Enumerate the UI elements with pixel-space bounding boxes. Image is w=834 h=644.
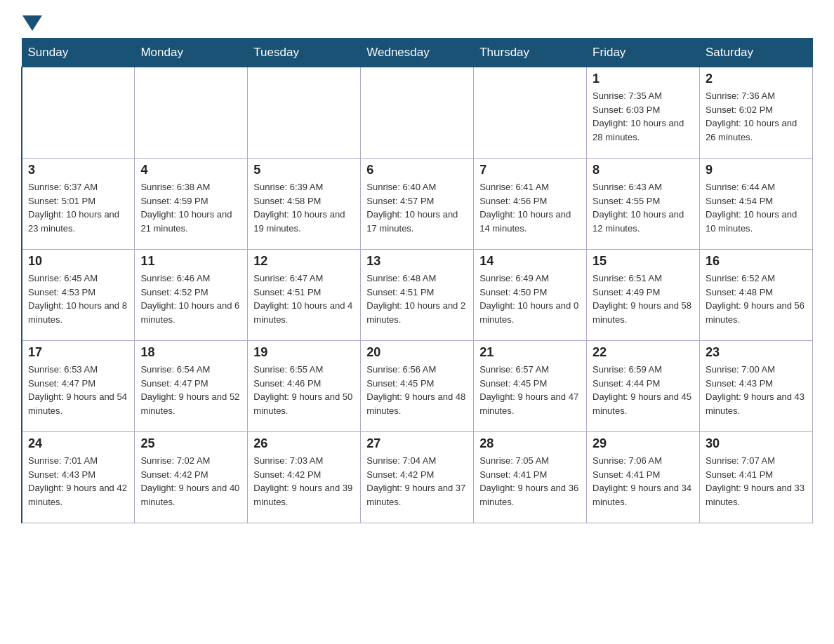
day-number: 19 xyxy=(253,345,355,360)
day-info: Sunrise: 7:06 AM Sunset: 4:41 PM Dayligh… xyxy=(593,454,694,509)
calendar-cell-w4d4: 20Sunrise: 6:56 AM Sunset: 4:45 PM Dayli… xyxy=(361,341,474,432)
day-number: 27 xyxy=(366,436,468,451)
day-info: Sunrise: 6:43 AM Sunset: 4:55 PM Dayligh… xyxy=(593,180,694,235)
calendar-cell-w1d4 xyxy=(361,67,474,159)
day-info: Sunrise: 7:05 AM Sunset: 4:41 PM Dayligh… xyxy=(479,454,581,509)
day-number: 23 xyxy=(706,345,807,360)
day-info: Sunrise: 6:59 AM Sunset: 4:44 PM Dayligh… xyxy=(593,363,694,417)
calendar-cell-w4d1: 17Sunrise: 6:53 AM Sunset: 4:47 PM Dayli… xyxy=(22,341,135,432)
calendar-cell-w5d7: 30Sunrise: 7:07 AM Sunset: 4:41 PM Dayli… xyxy=(700,432,813,523)
day-info: Sunrise: 6:49 AM Sunset: 4:50 PM Dayligh… xyxy=(479,271,581,326)
day-info: Sunrise: 6:51 AM Sunset: 4:49 PM Dayligh… xyxy=(593,271,694,326)
calendar-cell-w5d4: 27Sunrise: 7:04 AM Sunset: 4:42 PM Dayli… xyxy=(361,432,474,523)
day-number: 15 xyxy=(593,254,694,269)
week-row-1: 1Sunrise: 7:35 AM Sunset: 6:03 PM Daylig… xyxy=(22,67,813,159)
day-number: 24 xyxy=(28,436,128,451)
day-number: 26 xyxy=(253,436,355,451)
day-number: 28 xyxy=(479,436,581,451)
day-number: 22 xyxy=(593,345,694,360)
day-info: Sunrise: 6:55 AM Sunset: 4:46 PM Dayligh… xyxy=(253,363,355,417)
calendar-cell-w1d3 xyxy=(248,67,361,159)
day-number: 10 xyxy=(28,254,128,269)
day-number: 8 xyxy=(593,163,694,177)
day-info: Sunrise: 6:39 AM Sunset: 4:58 PM Dayligh… xyxy=(253,180,355,235)
day-number: 20 xyxy=(366,345,468,360)
day-number: 30 xyxy=(706,436,807,451)
day-info: Sunrise: 6:45 AM Sunset: 4:53 PM Dayligh… xyxy=(28,271,128,326)
calendar-cell-w5d3: 26Sunrise: 7:03 AM Sunset: 4:42 PM Dayli… xyxy=(248,432,361,523)
day-info: Sunrise: 7:07 AM Sunset: 4:41 PM Dayligh… xyxy=(706,454,807,509)
day-number: 6 xyxy=(366,163,468,177)
calendar-cell-w3d4: 13Sunrise: 6:48 AM Sunset: 4:51 PM Dayli… xyxy=(361,250,474,341)
calendar-cell-w4d7: 23Sunrise: 7:00 AM Sunset: 4:43 PM Dayli… xyxy=(700,341,813,432)
day-number: 9 xyxy=(706,163,807,177)
weekday-header-saturday: Saturday xyxy=(700,39,813,67)
svg-marker-0 xyxy=(22,15,42,31)
weekday-header-friday: Friday xyxy=(587,39,700,67)
day-number: 11 xyxy=(140,254,241,269)
logo-arrow-icon xyxy=(22,15,42,31)
calendar-cell-w2d2: 4Sunrise: 6:38 AM Sunset: 4:59 PM Daylig… xyxy=(135,159,248,250)
calendar-cell-w4d6: 22Sunrise: 6:59 AM Sunset: 4:44 PM Dayli… xyxy=(587,341,700,432)
day-number: 14 xyxy=(479,254,581,269)
calendar-cell-w4d5: 21Sunrise: 6:57 AM Sunset: 4:45 PM Dayli… xyxy=(474,341,587,432)
calendar-cell-w5d5: 28Sunrise: 7:05 AM Sunset: 4:41 PM Dayli… xyxy=(474,432,587,523)
week-row-4: 17Sunrise: 6:53 AM Sunset: 4:47 PM Dayli… xyxy=(22,341,813,432)
week-row-5: 24Sunrise: 7:01 AM Sunset: 4:43 PM Dayli… xyxy=(22,432,813,523)
day-info: Sunrise: 6:46 AM Sunset: 4:52 PM Dayligh… xyxy=(140,271,241,326)
day-info: Sunrise: 6:41 AM Sunset: 4:56 PM Dayligh… xyxy=(479,180,581,235)
calendar-cell-w1d2 xyxy=(135,67,248,159)
day-info: Sunrise: 6:38 AM Sunset: 4:59 PM Dayligh… xyxy=(140,180,241,235)
calendar-cell-w3d3: 12Sunrise: 6:47 AM Sunset: 4:51 PM Dayli… xyxy=(248,250,361,341)
calendar-cell-w3d7: 16Sunrise: 6:52 AM Sunset: 4:48 PM Dayli… xyxy=(700,250,813,341)
day-info: Sunrise: 6:56 AM Sunset: 4:45 PM Dayligh… xyxy=(366,363,468,417)
calendar-cell-w3d6: 15Sunrise: 6:51 AM Sunset: 4:49 PM Dayli… xyxy=(587,250,700,341)
calendar-cell-w4d2: 18Sunrise: 6:54 AM Sunset: 4:47 PM Dayli… xyxy=(135,341,248,432)
day-number: 29 xyxy=(593,436,694,451)
calendar-cell-w2d6: 8Sunrise: 6:43 AM Sunset: 4:55 PM Daylig… xyxy=(587,159,700,250)
day-info: Sunrise: 6:57 AM Sunset: 4:45 PM Dayligh… xyxy=(479,363,581,417)
calendar-cell-w2d7: 9Sunrise: 6:44 AM Sunset: 4:54 PM Daylig… xyxy=(700,159,813,250)
day-info: Sunrise: 7:04 AM Sunset: 4:42 PM Dayligh… xyxy=(366,454,468,509)
calendar-cell-w1d5 xyxy=(474,67,587,159)
weekday-header-monday: Monday xyxy=(135,39,248,67)
day-info: Sunrise: 6:52 AM Sunset: 4:48 PM Dayligh… xyxy=(706,271,807,326)
calendar-cell-w1d6: 1Sunrise: 7:35 AM Sunset: 6:03 PM Daylig… xyxy=(587,67,700,159)
day-number: 2 xyxy=(706,72,807,86)
calendar-cell-w5d1: 24Sunrise: 7:01 AM Sunset: 4:43 PM Dayli… xyxy=(22,432,135,523)
day-number: 16 xyxy=(706,254,807,269)
day-info: Sunrise: 7:01 AM Sunset: 4:43 PM Dayligh… xyxy=(28,454,128,509)
calendar-cell-w2d5: 7Sunrise: 6:41 AM Sunset: 4:56 PM Daylig… xyxy=(474,159,587,250)
day-number: 21 xyxy=(479,345,581,360)
day-info: Sunrise: 6:53 AM Sunset: 4:47 PM Dayligh… xyxy=(28,363,128,417)
day-info: Sunrise: 6:48 AM Sunset: 4:51 PM Dayligh… xyxy=(366,271,468,326)
calendar-cell-w2d1: 3Sunrise: 6:37 AM Sunset: 5:01 PM Daylig… xyxy=(22,159,135,250)
calendar-cell-w3d1: 10Sunrise: 6:45 AM Sunset: 4:53 PM Dayli… xyxy=(22,250,135,341)
weekday-header-wednesday: Wednesday xyxy=(361,39,474,67)
day-info: Sunrise: 6:47 AM Sunset: 4:51 PM Dayligh… xyxy=(253,271,355,326)
day-info: Sunrise: 6:37 AM Sunset: 5:01 PM Dayligh… xyxy=(28,180,128,235)
calendar-cell-w1d1 xyxy=(22,67,135,159)
day-number: 25 xyxy=(140,436,241,451)
calendar-cell-w3d2: 11Sunrise: 6:46 AM Sunset: 4:52 PM Dayli… xyxy=(135,250,248,341)
day-info: Sunrise: 7:03 AM Sunset: 4:42 PM Dayligh… xyxy=(253,454,355,509)
calendar-cell-w3d5: 14Sunrise: 6:49 AM Sunset: 4:50 PM Dayli… xyxy=(474,250,587,341)
weekday-header-thursday: Thursday xyxy=(474,39,587,67)
day-info: Sunrise: 6:54 AM Sunset: 4:47 PM Dayligh… xyxy=(140,363,241,417)
day-info: Sunrise: 7:36 AM Sunset: 6:02 PM Dayligh… xyxy=(706,89,807,144)
day-info: Sunrise: 7:02 AM Sunset: 4:42 PM Dayligh… xyxy=(140,454,241,509)
calendar-cell-w5d2: 25Sunrise: 7:02 AM Sunset: 4:42 PM Dayli… xyxy=(135,432,248,523)
day-info: Sunrise: 7:00 AM Sunset: 4:43 PM Dayligh… xyxy=(706,363,807,417)
day-info: Sunrise: 7:35 AM Sunset: 6:03 PM Dayligh… xyxy=(593,89,694,144)
calendar-cell-w2d3: 5Sunrise: 6:39 AM Sunset: 4:58 PM Daylig… xyxy=(248,159,361,250)
day-number: 18 xyxy=(140,345,241,360)
calendar-cell-w5d6: 29Sunrise: 7:06 AM Sunset: 4:41 PM Dayli… xyxy=(587,432,700,523)
header xyxy=(21,14,813,31)
weekday-header-tuesday: Tuesday xyxy=(248,39,361,67)
day-number: 5 xyxy=(253,163,355,177)
day-number: 13 xyxy=(366,254,468,269)
calendar-table: SundayMondayTuesdayWednesdayThursdayFrid… xyxy=(21,38,813,523)
day-number: 17 xyxy=(28,345,128,360)
weekday-header-row: SundayMondayTuesdayWednesdayThursdayFrid… xyxy=(22,39,813,67)
day-number: 12 xyxy=(253,254,355,269)
